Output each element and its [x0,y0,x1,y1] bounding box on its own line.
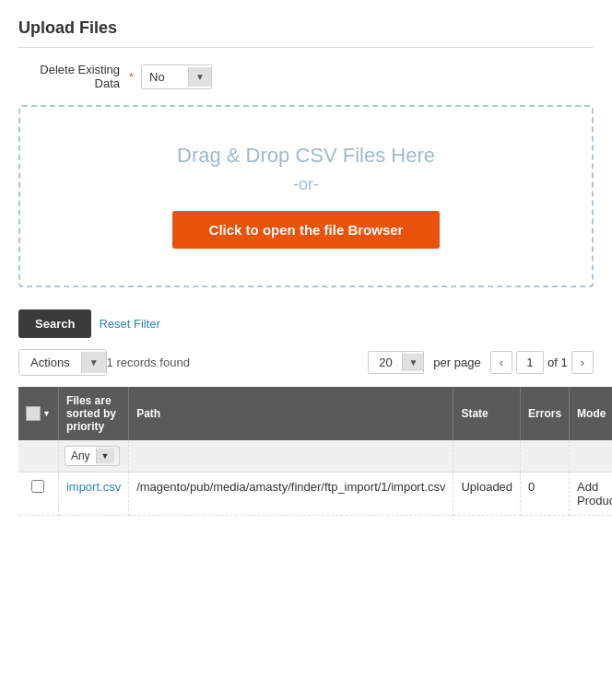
drop-zone-or-text: -or- [39,175,573,194]
records-info: 1 records found [107,356,190,369]
col-header-errors: Errors [521,387,570,440]
col-header-files: Files are sorted by priority [58,387,128,440]
search-toolbar: Search Reset Filter [18,309,594,338]
reset-filter-link[interactable]: Reset Filter [99,317,159,331]
header-checkbox[interactable] [26,406,41,421]
row-file-cell: import.csv [58,472,128,516]
delete-existing-label: Delete Existing Data [18,63,120,90]
next-page-button[interactable]: › [571,351,594,374]
drop-zone: Drag & Drop CSV Files Here -or- Click to… [18,105,594,287]
delete-existing-select[interactable]: No ▼ [141,64,212,89]
per-page-arrow-icon[interactable]: ▼ [402,354,423,371]
files-table: ▼ Files are sorted by priority Path Stat… [18,387,612,516]
prev-page-button[interactable]: ‹ [490,351,512,374]
per-page-select[interactable]: 20 ▼ [368,351,424,374]
search-button[interactable]: Search [18,309,91,338]
header-checkbox-arrow-icon[interactable]: ▼ [42,409,51,418]
row-path-cell: /magento/pub/media/amasty/finder/ftp_imp… [129,472,453,516]
row-checkbox[interactable] [31,480,44,493]
page-title: Upload Files [18,18,594,48]
col-header-state: State [453,387,521,440]
required-star: * [129,70,134,84]
per-page-label: per page [433,356,480,369]
row-errors-cell: 0 [521,472,570,516]
col-header-checkbox: ▼ [18,387,58,440]
drag-drop-text: Drag & Drop CSV Files Here [39,144,573,168]
actions-arrow-icon[interactable]: ▼ [81,352,106,373]
delete-existing-value: No [142,65,188,88]
filter-row: Any ▼ [18,440,612,472]
current-page: 1 [516,351,544,374]
per-page-value: 20 [369,352,402,373]
col-header-path: Path [129,387,453,440]
filter-any-value: Any [65,447,96,465]
filter-any-dropdown[interactable]: Any ▼ [65,446,120,466]
delete-existing-row: Delete Existing Data * No ▼ [18,63,594,90]
actions-dropdown[interactable]: Actions ▼ [18,349,107,376]
filter-any-arrow-icon[interactable]: ▼ [96,449,114,463]
row-mode-cell: Add Products [570,472,612,516]
actions-bar: Actions ▼ 1 records found 20 ▼ per page … [18,349,594,376]
row-state-cell: Uploaded [453,472,521,516]
actions-label[interactable]: Actions [19,350,81,375]
table-row: import.csv /magento/pub/media/amasty/fin… [18,472,612,516]
col-header-mode: Mode [570,387,612,440]
file-link[interactable]: import.csv [66,480,121,494]
delete-existing-arrow-icon[interactable]: ▼ [188,67,211,87]
pagination-controls: 20 ▼ per page ‹ 1 of 1 › [368,351,594,374]
of-total-text: of 1 [547,356,568,369]
open-file-browser-button[interactable]: Click to open the file Browser [172,211,441,249]
row-checkbox-cell [18,472,58,516]
